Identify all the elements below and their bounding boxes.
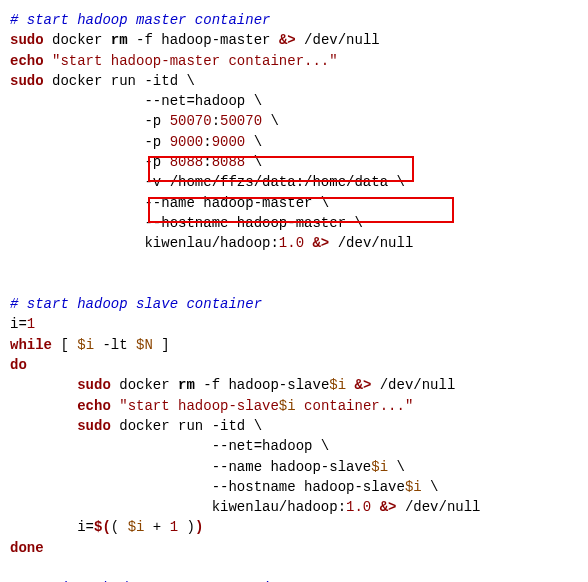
echo-kw: echo xyxy=(10,53,44,69)
done-kw: done xyxy=(10,540,44,556)
do-kw: do xyxy=(10,357,27,373)
while-kw: while xyxy=(10,337,52,353)
code-block: # start hadoop master container sudo doc… xyxy=(10,10,578,582)
comment-start-master: # start hadoop master container xyxy=(10,12,270,28)
sudo-kw: sudo xyxy=(10,32,44,48)
comment-start-slave: # start hadoop slave container xyxy=(10,296,262,312)
